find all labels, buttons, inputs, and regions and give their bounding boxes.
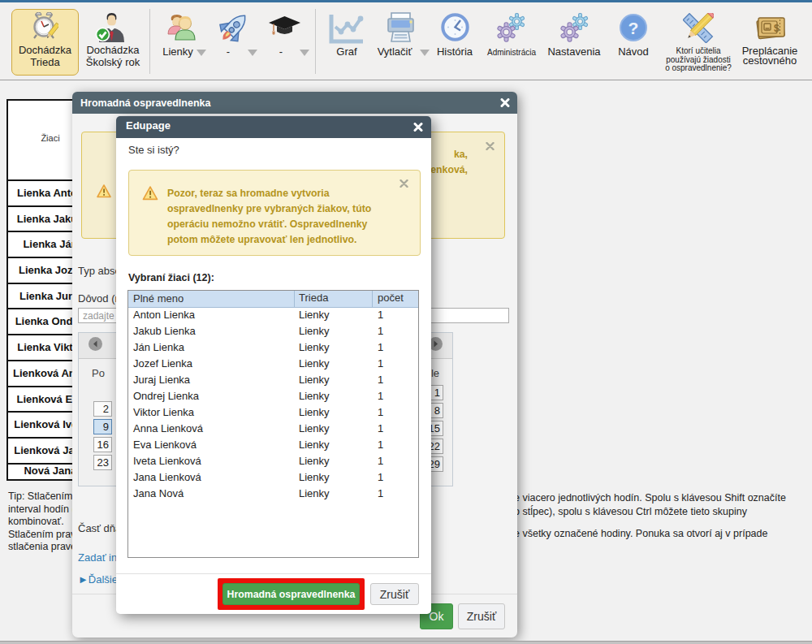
- svg-text:$: $: [774, 23, 780, 34]
- svg-text:?: ?: [628, 19, 639, 37]
